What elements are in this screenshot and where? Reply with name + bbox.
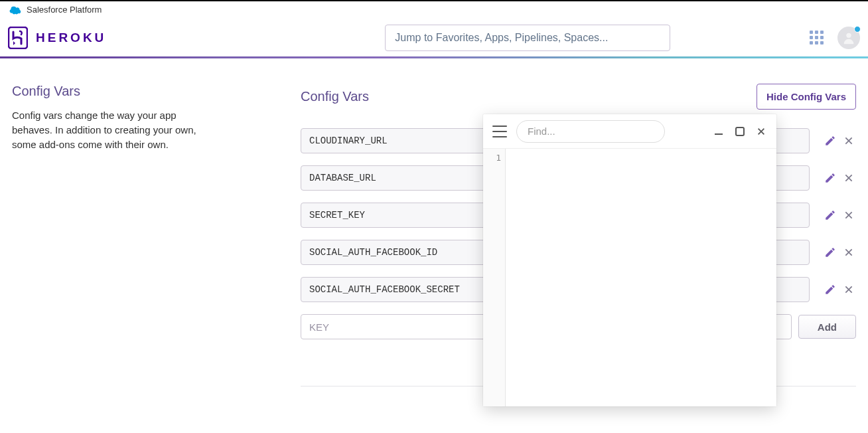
delete-icon[interactable]	[841, 245, 856, 260]
find-input[interactable]	[516, 120, 665, 143]
line-number: 1	[483, 153, 501, 163]
app-header: HEROKU	[0, 19, 868, 57]
edit-icon[interactable]	[823, 282, 837, 297]
menu-icon[interactable]	[492, 126, 507, 137]
edit-icon[interactable]	[823, 133, 837, 148]
close-icon[interactable]	[755, 126, 767, 137]
delete-icon[interactable]	[841, 208, 856, 222]
edit-icon[interactable]	[823, 245, 837, 260]
editor-area[interactable]	[506, 149, 776, 406]
config-vars-title: Config Vars	[12, 84, 287, 99]
salesforce-banner: Salesforce Platform	[0, 1, 868, 19]
salesforce-cloud-icon	[8, 5, 23, 15]
svg-point-1	[846, 33, 851, 37]
find-panel: 1	[483, 114, 776, 406]
find-panel-header	[483, 114, 776, 149]
app-switcher-icon[interactable]	[810, 31, 824, 45]
find-panel-body: 1	[483, 149, 776, 406]
delete-icon[interactable]	[841, 282, 856, 297]
notification-dot-icon	[854, 26, 861, 33]
global-search-wrap	[385, 25, 670, 51]
edit-icon[interactable]	[823, 208, 837, 222]
config-vars-header-row: Config Vars Hide Config Vars	[301, 84, 856, 110]
add-button[interactable]: Add	[798, 315, 856, 339]
avatar[interactable]	[837, 27, 860, 49]
heroku-logo-icon	[8, 27, 28, 49]
minimize-icon[interactable]	[713, 126, 725, 137]
global-search-input[interactable]	[385, 25, 670, 51]
delete-icon[interactable]	[841, 133, 856, 148]
hide-config-vars-button[interactable]: Hide Config Vars	[757, 84, 856, 110]
maximize-icon[interactable]	[734, 126, 746, 137]
edit-icon[interactable]	[823, 171, 837, 185]
config-vars-subtitle: Config Vars	[301, 89, 369, 104]
header-right	[810, 27, 860, 49]
line-gutter: 1	[483, 149, 506, 406]
logo-area[interactable]: HEROKU	[8, 27, 106, 49]
heroku-wordmark: HEROKU	[36, 31, 106, 45]
salesforce-platform-label: Salesforce Platform	[27, 5, 102, 15]
left-column: Config Vars Config vars change the way y…	[12, 84, 287, 433]
delete-icon[interactable]	[841, 171, 856, 185]
svg-rect-2	[736, 128, 744, 135]
config-vars-description: Config vars change the way your app beha…	[12, 108, 204, 151]
